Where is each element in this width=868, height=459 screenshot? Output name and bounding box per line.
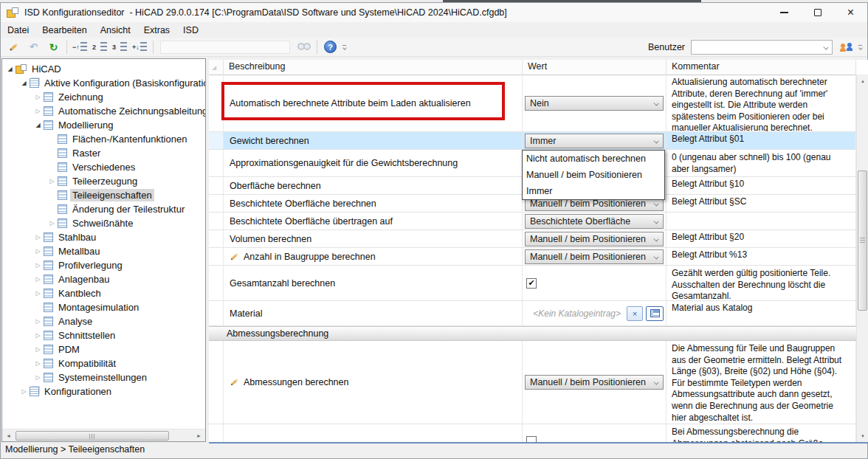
tree-item-teileeigenschaften[interactable]: Teileeigenschaften — [2, 188, 205, 202]
find-button[interactable] — [294, 39, 313, 55]
expander-collapsed-icon[interactable]: ▷ — [32, 234, 44, 241]
tree-item-montagesimulation[interactable]: Montagesimulation — [2, 300, 205, 314]
table-row[interactable]: Material <Kein Katalogeintrag> × Materia… — [209, 301, 856, 326]
open-catalog-button[interactable] — [646, 306, 664, 321]
table-row[interactable]: Bei Abmessungsberechnung die Abmessungen… — [209, 424, 856, 444]
tree-item-pdm[interactable]: ▷PDM — [2, 342, 205, 356]
tree-item-systemeinstellungen[interactable]: ▷Systemeinstellungen — [2, 370, 205, 384]
scroll-down-arrow[interactable]: ▼ — [857, 429, 868, 442]
expander-collapsed-icon[interactable]: ▷ — [46, 178, 58, 184]
table-row[interactable]: Gewicht berechnen Immer Belegt Attribut … — [209, 132, 856, 150]
benutzer-combobox[interactable] — [691, 40, 833, 55]
tree-item-schweissnaehte[interactable]: ▷Schweißnähte — [2, 216, 205, 230]
collapse-all-button[interactable]: −↑ — [71, 39, 89, 55]
expander-collapsed-icon[interactable]: ▷ — [32, 262, 44, 269]
tree-item-profilverlegung[interactable]: ▷Profilverlegung — [2, 258, 205, 272]
toolbar-overflow-button[interactable] — [341, 40, 348, 55]
table-row[interactable]: Anzahl in Baugruppe berechnen Manuell / … — [209, 248, 856, 266]
scrollbar-thumb[interactable] — [16, 431, 169, 441]
column-header-wert[interactable]: Wert — [523, 60, 666, 75]
tree-item-automatische-zeichnungsableitung[interactable]: ▷Automatische Zeichnungsableitung — [2, 104, 205, 118]
table-row[interactable]: Gesamtanzahl berechnen ✔ Gezählt werden … — [209, 266, 856, 301]
help-button[interactable]: ? — [321, 39, 340, 55]
tree-item-kompatibilitaet[interactable]: ▷Kompatibilität — [2, 356, 205, 370]
expander-collapsed-icon[interactable]: ▷ — [32, 276, 44, 283]
refresh-button[interactable]: ↻ — [44, 39, 63, 55]
tree-item-metallbau[interactable]: ▷Metallbau — [2, 244, 205, 258]
expander-collapsed-icon[interactable]: ▷ — [46, 220, 58, 227]
expander-collapsed-icon[interactable]: ▷ — [18, 388, 30, 395]
table-row[interactable]: Beschichtete Oberfläche übertragen auf B… — [209, 213, 856, 230]
expander-collapsed-icon[interactable]: ▷ — [32, 318, 44, 325]
menu-bearbeiten[interactable]: Bearbeiten — [35, 24, 93, 37]
maximize-button[interactable] — [801, 3, 834, 22]
expander-collapsed-icon[interactable]: ▷ — [32, 248, 44, 255]
tree-item-konfigurationen[interactable]: ▷Konfigurationen — [2, 384, 205, 398]
expander-collapsed-icon[interactable]: ▷ — [32, 346, 44, 353]
menu-isd[interactable]: ISD — [176, 24, 205, 37]
tree-item-hicad[interactable]: ◢HiCAD — [2, 62, 205, 76]
tree-item-stahlbau[interactable]: ▷Stahlbau — [2, 230, 205, 244]
tree-item-analyse[interactable]: ▷Analyse — [2, 314, 205, 328]
checkbox-unchecked[interactable] — [526, 436, 537, 444]
expand-level-2-button[interactable]: 2 — [91, 39, 109, 55]
column-header-beschreibung[interactable]: Beschreibung — [224, 60, 523, 75]
tree-item-anlagenbau[interactable]: ▷Anlagenbau — [2, 272, 205, 286]
expander-collapsed-icon[interactable]: ▷ — [32, 374, 44, 381]
dropdown-option[interactable]: Manuell / beim Positionieren — [523, 167, 664, 183]
tree-item-aenderung-der-teilestruktur[interactable]: Änderung der Teilestruktur — [2, 202, 205, 216]
tree-item-teileerzeugung[interactable]: ▷Teileerzeugung — [2, 174, 205, 188]
expander-collapsed-icon[interactable]: ▷ — [32, 108, 44, 114]
expander-collapsed-icon[interactable]: ▷ — [32, 332, 44, 339]
toolbar-overflow-button[interactable] — [857, 40, 864, 55]
column-header-kommentar[interactable]: Kommentar — [666, 60, 856, 75]
maximize-icon — [814, 9, 822, 16]
table-row[interactable]: Volumen berechnen Manuell / beim Positio… — [209, 230, 856, 248]
value-dropdown[interactable]: Manuell / beim Positionieren — [525, 375, 664, 390]
tree-item-flaechen-kantenfunktionen[interactable]: Flächen-/Kantenfunktionen — [2, 132, 205, 146]
expand-level-3-button[interactable]: 3 — [111, 39, 129, 55]
edit-button[interactable] — [4, 39, 23, 55]
menu-extras[interactable]: Extras — [137, 24, 176, 37]
scroll-right-arrow[interactable]: ► — [193, 429, 205, 442]
scroll-up-arrow[interactable]: ▲ — [857, 75, 868, 87]
grid-icon — [44, 331, 53, 340]
undo-button[interactable]: ↶ — [24, 39, 43, 55]
tree-item-zeichnung[interactable]: ▷Zeichnung — [2, 90, 205, 104]
table-vertical-scrollbar[interactable]: ▲ ▼ — [856, 75, 868, 442]
value-dropdown[interactable]: Beschichtete Oberfläche — [525, 214, 664, 229]
users-icon[interactable] — [838, 41, 853, 53]
dropdown-option[interactable]: Immer — [523, 183, 664, 199]
search-input[interactable] — [160, 41, 290, 54]
close-button[interactable]: × — [834, 3, 867, 22]
dropdown-option[interactable]: Nicht automatisch berechnen — [523, 151, 664, 167]
checkbox-checked[interactable]: ✔ — [526, 278, 537, 289]
tree-item-kantblech[interactable]: ▷Kantblech — [2, 286, 205, 300]
tree-item-modellierung[interactable]: ◢Modellierung — [2, 118, 205, 132]
expander-collapsed-icon[interactable]: ▷ — [32, 360, 44, 367]
table-row[interactable]: Abmessungen berechnen Manuell / beim Pos… — [209, 341, 856, 424]
tree-item-aktive-konfiguration[interactable]: ◢Aktive Konfiguration (Basiskonfiguratio… — [2, 76, 205, 90]
menu-datei[interactable]: Datei — [1, 24, 35, 37]
grid-icon — [44, 289, 53, 298]
minimize-button[interactable] — [768, 3, 801, 22]
tree-item-verschiedenes[interactable]: Verschiedenes — [2, 160, 205, 174]
value-dropdown-open[interactable]: Immer — [525, 134, 664, 148]
tree-item-raster[interactable]: Raster — [2, 146, 205, 160]
value-dropdown[interactable]: Manuell / beim Positionieren — [525, 249, 664, 264]
clear-material-button[interactable]: × — [627, 306, 643, 321]
expander-expanded-icon[interactable]: ◢ — [4, 66, 16, 72]
tree-horizontal-scrollbar[interactable]: ◄ ► — [2, 429, 205, 441]
table-row[interactable]: Automatisch berechnete Attribute beim La… — [209, 75, 856, 132]
expander-expanded-icon[interactable]: ◢ — [18, 80, 30, 86]
value-dropdown[interactable]: Manuell / beim Positionieren — [525, 232, 664, 246]
tree-item-schnittstellen[interactable]: ▷Schnittstellen — [2, 328, 205, 342]
scroll-left-arrow[interactable]: ◄ — [2, 429, 15, 442]
expand-all-button[interactable]: +↓ — [131, 39, 149, 55]
scrollbar-thumb[interactable] — [858, 170, 867, 311]
expander-expanded-icon[interactable]: ◢ — [32, 122, 44, 128]
value-dropdown[interactable]: Nein — [525, 96, 664, 111]
expander-collapsed-icon[interactable]: ▷ — [32, 94, 44, 100]
expander-collapsed-icon[interactable]: ▷ — [32, 290, 44, 297]
menu-ansicht[interactable]: Ansicht — [94, 24, 137, 37]
